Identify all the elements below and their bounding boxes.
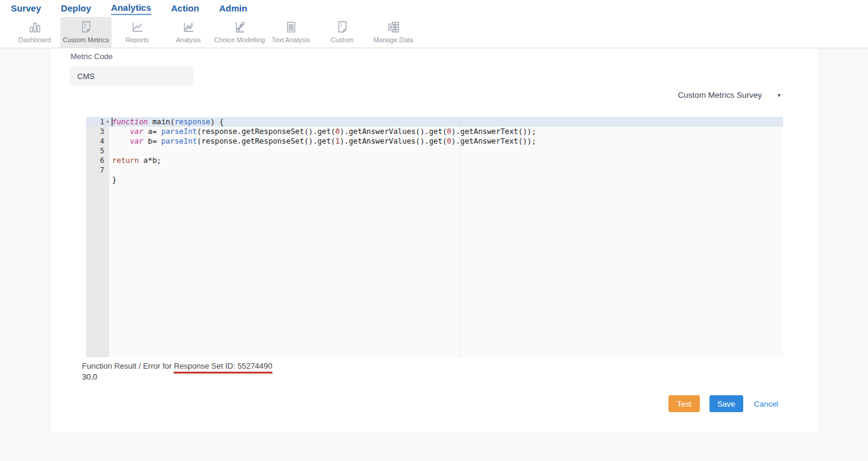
text-cursor	[112, 118, 113, 126]
main-region: Metric Code Custom Metrics Survey ▾ 1▾34…	[0, 48, 868, 461]
custom-document-icon	[335, 20, 350, 34]
code-line: var b= parseInt(response.getResponseSet(…	[109, 136, 783, 146]
metric-code-input[interactable]	[70, 66, 193, 86]
nav-item-admin[interactable]: Admin	[219, 3, 247, 14]
nav-item-action[interactable]: Action	[171, 3, 200, 14]
nav-item-survey[interactable]: Survey	[11, 3, 41, 14]
toolbar-item-custom[interactable]: Custom	[316, 17, 368, 48]
function-result-label: Function Result / Error for Response Set…	[82, 361, 272, 370]
text-document-icon	[284, 20, 298, 34]
code-editor: 1▾34567 function main(response) { var a=…	[86, 117, 783, 357]
gutter-line-number: 5	[86, 146, 109, 156]
code-line	[109, 146, 783, 156]
excel-spreadsheet-icon	[386, 20, 401, 34]
survey-selector[interactable]: Custom Metrics Survey ▾	[678, 89, 781, 100]
toolbar-item-custom-metrics[interactable]: Custom Metrics	[60, 17, 112, 48]
toolbar-item-label: Custom	[331, 36, 354, 43]
survey-selector-value: Custom Metrics Survey	[678, 91, 762, 100]
custom-metric-card: Metric Code Custom Metrics Survey ▾ 1▾34…	[51, 48, 817, 433]
nav-item-deploy[interactable]: Deploy	[61, 3, 91, 14]
gutter-line-number: 3	[86, 127, 109, 136]
save-button[interactable]: Save	[709, 395, 743, 412]
chevron-down-icon: ▾	[778, 92, 781, 98]
gutter-line-number: 7	[86, 165, 109, 175]
toolbar-item-label: Choice Modelling	[214, 36, 265, 43]
toolbar-item-label: Dashboard	[19, 36, 51, 43]
primary-nav: SurveyDeployAnalyticsActionAdmin	[0, 0, 868, 17]
toolbar-item-label: Text Analysis	[272, 36, 310, 43]
code-rows: function main(response) { var a= parseIn…	[109, 117, 783, 185]
toolbar-item-label: Reports	[125, 36, 149, 43]
response-set-id: Response Set ID: 55274490	[174, 361, 272, 374]
toolbar-item-label: Analysis	[176, 36, 201, 43]
code-line: }	[109, 175, 783, 185]
metrics-document-icon	[79, 20, 93, 34]
toolbar-item-dashboard[interactable]: Dashboard	[9, 17, 60, 48]
toolbar-item-manage-data[interactable]: Manage Data	[368, 17, 419, 48]
test-button[interactable]: Test	[668, 395, 700, 412]
trend-chart-icon	[181, 20, 196, 34]
editor-code-area[interactable]: function main(response) { var a= parseIn…	[109, 117, 783, 357]
bar-chart-icon	[28, 20, 42, 34]
toolbar-item-analysis[interactable]: Analysis	[163, 17, 214, 48]
scatter-chart-icon	[233, 20, 247, 34]
line-chart-icon	[130, 20, 145, 34]
gutter-line-number	[86, 175, 109, 185]
code-line: return a*b;	[109, 156, 783, 165]
metric-code-label: Metric Code	[71, 52, 113, 61]
code-line: var a= parseInt(response.getResponseSet(…	[109, 127, 783, 136]
gutter-line-number: 1▾	[86, 117, 109, 127]
function-result-value: 30.0	[82, 372, 97, 381]
toolbar-item-text-analysis[interactable]: Text Analysis	[265, 17, 316, 48]
editor-gutter: 1▾34567	[86, 117, 109, 357]
gutter-line-number: 4	[86, 136, 109, 146]
gutter-line-number: 6	[86, 156, 109, 165]
toolbar-item-label: Manage Data	[373, 36, 413, 43]
nav-item-analytics[interactable]: Analytics	[111, 2, 151, 15]
toolbar-item-choice-modelling[interactable]: Choice Modelling	[214, 17, 265, 48]
action-buttons: Test Save Cancel	[668, 395, 778, 412]
toolbar-item-reports[interactable]: Reports	[112, 17, 163, 48]
analytics-toolbar: DashboardCustom MetricsReportsAnalysisCh…	[0, 17, 868, 48]
code-line: function main(response) {	[109, 117, 783, 127]
code-line	[109, 165, 783, 175]
toolbar-item-label: Custom Metrics	[63, 36, 108, 43]
result-label-prefix: Function Result / Error for	[82, 361, 174, 370]
cancel-link[interactable]: Cancel	[754, 399, 778, 409]
